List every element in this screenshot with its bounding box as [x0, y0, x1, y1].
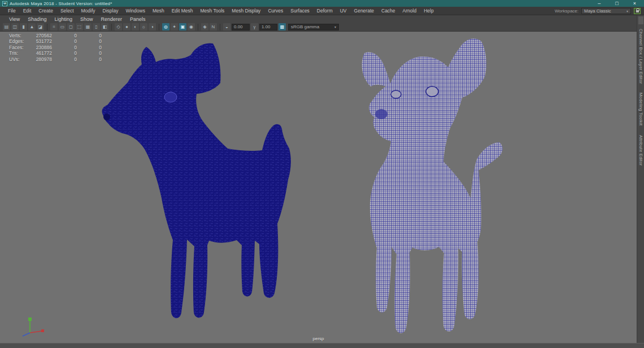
menu-generate[interactable]: Generate: [354, 8, 374, 14]
menu-edit[interactable]: Edit: [23, 8, 32, 14]
field-chart-icon[interactable]: ▦: [84, 23, 92, 31]
fawn-right-eye-left: [391, 90, 401, 98]
hud-row-uvs: UVs: 280978 0 0: [9, 56, 102, 62]
panel-menu-view[interactable]: View: [9, 16, 20, 22]
ssao-icon[interactable]: ◍: [162, 23, 169, 31]
hud-row-tris: Tris: 461772 0 0: [9, 50, 102, 56]
workspace-label: Workspace:: [555, 8, 578, 14]
menu-cache[interactable]: Cache: [381, 8, 395, 14]
lights-icon[interactable]: ☼: [140, 23, 147, 31]
camera-label: persp: [312, 336, 324, 341]
gate-mask-icon[interactable]: ⬚: [76, 23, 83, 31]
window-title: Autodesk Maya 2018 - Student Version: un…: [10, 1, 112, 6]
axis-gizmo-icon: [15, 315, 46, 338]
xray-icon[interactable]: N: [210, 23, 217, 31]
fawn-model-left[interactable]: [102, 43, 291, 318]
right-sidebar-strip: Channel Box / Layer Editor Modeling Tool…: [637, 15, 644, 343]
menu-mesh-display[interactable]: Mesh Display: [232, 8, 260, 14]
menu-display[interactable]: Display: [103, 8, 119, 14]
hud-edges-label: Edges:: [9, 38, 35, 44]
panel-menu-renderer[interactable]: Renderer: [101, 16, 122, 22]
film-gate-icon[interactable]: ▭: [59, 23, 66, 31]
window-controls: – □ ×: [598, 1, 642, 6]
hud-edges-component: 0: [77, 38, 102, 44]
motion-blur-icon[interactable]: ✦: [171, 23, 178, 31]
color-management-icon[interactable]: ▩: [279, 23, 286, 31]
hud-tris-selected: 0: [52, 50, 77, 56]
select-camera-icon[interactable]: ▤: [3, 23, 10, 31]
workspace-area: Workspace: Maya Classic ▾: [555, 8, 644, 14]
hud-row-verts: Verts: 270562 0 0: [9, 33, 102, 38]
tab-modeling-toolkit[interactable]: Modeling Toolkit: [638, 93, 643, 125]
menu-file[interactable]: File: [8, 8, 16, 14]
lock-camera-icon[interactable]: ◫: [11, 23, 19, 31]
maya-logo-icon: M: [2, 1, 7, 6]
menu-uv[interactable]: UV: [340, 8, 347, 14]
gamma-field[interactable]: 1.00: [259, 24, 277, 31]
viewport-toolbar: ▤ ◫ ▮ ▲ ◪ ⌗ ▭ ◻ ⬚ ▦ ▯ ◧ ◇ ● ◐ ☼ ◑ ◍ ✦ ▣ …: [0, 23, 644, 32]
shaded-icon[interactable]: ●: [123, 23, 130, 31]
textured-icon[interactable]: ◐: [132, 23, 139, 31]
bookmark-icon[interactable]: ▲: [28, 23, 36, 31]
fawn-left-nose: [103, 114, 110, 120]
panel-menu-bar: View Shading Lighting Show Renderer Pane…: [0, 15, 644, 23]
toolbar-separator: [198, 24, 198, 31]
menu-surfaces[interactable]: Surfaces: [290, 8, 310, 14]
isolate-select-icon[interactable]: ◈: [201, 23, 208, 31]
scene-canvas: [0, 32, 637, 343]
panel-menu-shading[interactable]: Shading: [28, 16, 46, 22]
poly-count-hud: Verts: 270562 0 0 Edges: 531772 0 0 Face…: [9, 33, 102, 62]
menu-arnold[interactable]: Arnold: [403, 8, 417, 14]
menu-windows[interactable]: Windows: [125, 8, 145, 14]
minimize-icon[interactable]: –: [598, 1, 601, 6]
grid-icon[interactable]: ⌗: [50, 23, 58, 31]
hud-uvs-selected: 0: [52, 56, 77, 62]
workspace-dropdown[interactable]: Maya Classic ▾: [581, 8, 631, 14]
tab-channel-box[interactable]: Channel Box / Layer Editor: [638, 29, 643, 84]
toolbar-separator: [111, 24, 112, 31]
fawn-model-right[interactable]: [362, 38, 503, 333]
lock-icon: [636, 10, 639, 12]
antialias-icon[interactable]: ▣: [179, 23, 186, 31]
hud-faces-selected: 0: [52, 45, 77, 50]
safe-action-icon[interactable]: ▯: [93, 23, 100, 31]
panel-menu-lighting[interactable]: Lighting: [54, 16, 72, 22]
workspace-lock-button[interactable]: [634, 8, 641, 14]
menu-mesh[interactable]: Mesh: [153, 8, 164, 14]
maximize-icon[interactable]: □: [615, 1, 618, 6]
image-plane-icon[interactable]: ◪: [37, 23, 44, 31]
shadows-icon[interactable]: ◑: [149, 23, 156, 31]
menu-edit-mesh[interactable]: Edit Mesh: [172, 8, 193, 14]
depth-of-field-icon[interactable]: ◉: [188, 23, 195, 31]
resolution-gate-icon[interactable]: ◻: [67, 23, 75, 31]
panel-menu-show[interactable]: Show: [80, 16, 93, 22]
exposure-field[interactable]: 0.00: [232, 24, 250, 31]
hud-faces-label: Faces:: [9, 45, 35, 50]
hud-row-faces: Faces: 230886 0 0: [9, 45, 102, 50]
sidebar-grip-icon[interactable]: [638, 16, 643, 24]
hud-tris-total: 461772: [35, 50, 52, 56]
menu-deform[interactable]: Deform: [317, 8, 333, 14]
hud-faces-component: 0: [77, 45, 102, 50]
chevron-down-icon: ▾: [626, 9, 628, 13]
gamma-icon[interactable]: γ: [251, 23, 258, 31]
exposure-icon[interactable]: ◒: [223, 23, 230, 31]
wireframe-icon[interactable]: ◇: [115, 23, 122, 31]
perspective-viewport[interactable]: Verts: 270562 0 0 Edges: 531772 0 0 Face…: [0, 32, 637, 343]
safe-title-icon[interactable]: ◧: [101, 23, 108, 31]
view-transform-dropdown[interactable]: sRGB gamma ▾: [288, 24, 339, 31]
hud-tris-label: Tris:: [9, 50, 35, 56]
chevron-down-icon: ▾: [334, 25, 336, 29]
menu-curves[interactable]: Curves: [268, 8, 283, 14]
workspace-value: Maya Classic: [584, 8, 611, 14]
menu-modify[interactable]: Modify: [81, 8, 95, 14]
close-icon[interactable]: ×: [633, 1, 636, 6]
menu-mesh-tools[interactable]: Mesh Tools: [201, 8, 225, 14]
menu-select[interactable]: Select: [60, 8, 74, 14]
panel-menu-panels[interactable]: Panels: [130, 16, 146, 22]
tab-attribute-editor[interactable]: Attribute Editor: [638, 135, 643, 166]
hud-verts-component: 0: [77, 33, 102, 38]
menu-help[interactable]: Help: [424, 8, 433, 14]
menu-create[interactable]: Create: [38, 8, 53, 14]
camera-attributes-icon[interactable]: ▮: [20, 23, 27, 31]
